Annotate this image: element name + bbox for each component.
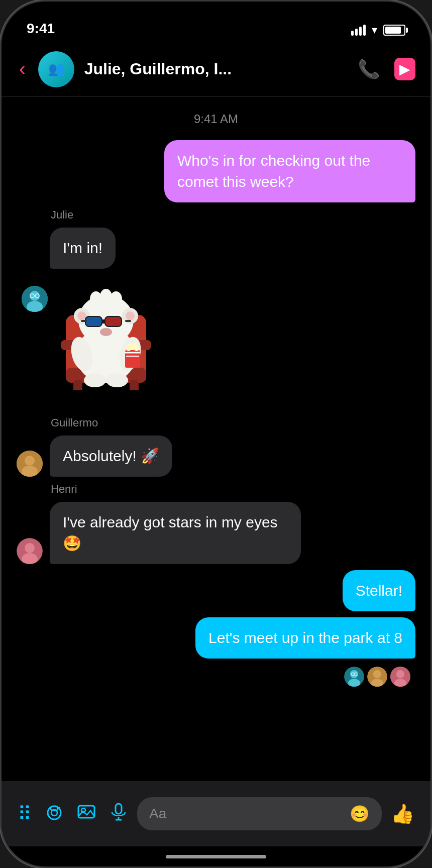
video-button[interactable]: ▶ bbox=[394, 58, 415, 80]
svg-point-32 bbox=[90, 291, 102, 306]
message-bubble: I've already got stars in my eyes 🤩 bbox=[50, 502, 301, 564]
message-bubble: Absolutely! 🚀 bbox=[50, 436, 172, 477]
bottom-toolbar: ⠿ bbox=[2, 781, 430, 846]
guillermo-avatar bbox=[17, 451, 43, 477]
svg-point-61 bbox=[58, 807, 60, 809]
message-bubble: Stellar! bbox=[343, 570, 415, 611]
svg-rect-64 bbox=[116, 804, 122, 814]
julie-avatar bbox=[22, 286, 48, 312]
sticker bbox=[51, 275, 161, 390]
message-row: Let's meet up in the park at 8 bbox=[17, 617, 415, 659]
svg-rect-16 bbox=[105, 317, 121, 326]
svg-rect-15 bbox=[86, 317, 101, 326]
message-bubble: Who's in for checking out the comet this… bbox=[164, 140, 415, 202]
message-input[interactable]: Aa 😊 bbox=[137, 797, 382, 830]
message-row: Who's in for checking out the comet this… bbox=[17, 140, 415, 202]
read-receipts bbox=[17, 667, 410, 687]
back-button[interactable]: ‹ bbox=[17, 56, 28, 82]
wifi-icon: ▾ bbox=[372, 24, 377, 37]
svg-point-34 bbox=[110, 291, 122, 306]
svg-point-11 bbox=[126, 311, 135, 320]
input-placeholder[interactable]: Aa bbox=[149, 806, 344, 822]
home-indicator bbox=[2, 846, 430, 866]
home-bar bbox=[166, 855, 266, 858]
video-icon: ▶ bbox=[399, 61, 410, 77]
photo-button[interactable] bbox=[73, 798, 100, 830]
svg-point-48 bbox=[396, 670, 404, 678]
emoji-button[interactable]: 😊 bbox=[350, 804, 370, 823]
status-time: 9:41 bbox=[27, 21, 55, 37]
svg-rect-18 bbox=[125, 320, 131, 322]
message-row: I've already got stars in my eyes 🤩 bbox=[17, 502, 415, 564]
battery-icon bbox=[383, 25, 405, 36]
svg-point-45 bbox=[25, 543, 35, 553]
camera-button[interactable] bbox=[41, 798, 68, 830]
status-bar: 9:41 ▾ bbox=[2, 2, 430, 42]
read-receipt-avatar bbox=[344, 667, 364, 687]
read-receipt-avatar bbox=[390, 667, 410, 687]
svg-point-33 bbox=[100, 289, 112, 304]
phone-screen: 9:41 ▾ ‹ 👥 Julie, Guillermo, I... bbox=[2, 2, 430, 866]
read-receipt-avatar bbox=[367, 667, 387, 687]
svg-point-30 bbox=[84, 373, 106, 387]
svg-rect-62 bbox=[78, 806, 94, 818]
mic-button[interactable] bbox=[105, 798, 132, 830]
svg-rect-60 bbox=[51, 806, 58, 810]
message-row: I'm in! bbox=[17, 228, 415, 269]
apps-button[interactable]: ⠿ bbox=[14, 799, 36, 829]
like-button[interactable]: 👍 bbox=[387, 799, 418, 829]
sender-name: Julie bbox=[51, 208, 415, 222]
battery-fill bbox=[385, 27, 401, 34]
message-timestamp: 9:41 AM bbox=[17, 112, 415, 126]
message-bubble: I'm in! bbox=[50, 228, 116, 269]
group-name: Julie, Guillermo, I... bbox=[84, 60, 348, 78]
sender-name: Guillermo bbox=[51, 416, 415, 429]
status-icons: ▾ bbox=[351, 24, 405, 37]
svg-rect-17 bbox=[81, 320, 87, 322]
svg-point-29 bbox=[132, 343, 137, 348]
svg-point-28 bbox=[128, 344, 132, 348]
svg-point-19 bbox=[100, 328, 112, 336]
svg-point-31 bbox=[106, 373, 128, 387]
svg-point-42 bbox=[25, 456, 35, 466]
message-row: Stellar! bbox=[17, 570, 415, 611]
header-actions: 📞 ▶ bbox=[358, 58, 415, 80]
svg-point-51 bbox=[373, 670, 381, 678]
signal-icon bbox=[351, 25, 366, 36]
message-bubble: Let's meet up in the park at 8 bbox=[195, 617, 415, 659]
svg-rect-5 bbox=[130, 380, 139, 390]
svg-rect-4 bbox=[73, 380, 82, 390]
group-avatar: 👥 bbox=[38, 51, 74, 87]
yeti-sticker bbox=[51, 275, 161, 390]
messages-area[interactable]: 9:41 AM Who's in for checking out the co… bbox=[2, 97, 430, 781]
sender-name: Henri bbox=[51, 483, 415, 496]
message-row: Absolutely! 🚀 bbox=[17, 436, 415, 477]
svg-rect-14 bbox=[101, 319, 106, 323]
henri-avatar bbox=[17, 538, 43, 564]
call-button[interactable]: 📞 bbox=[358, 59, 380, 80]
phone-frame: 9:41 ▾ ‹ 👥 Julie, Guillermo, I... bbox=[0, 0, 432, 868]
chat-header: ‹ 👥 Julie, Guillermo, I... 📞 ▶ bbox=[2, 42, 430, 97]
